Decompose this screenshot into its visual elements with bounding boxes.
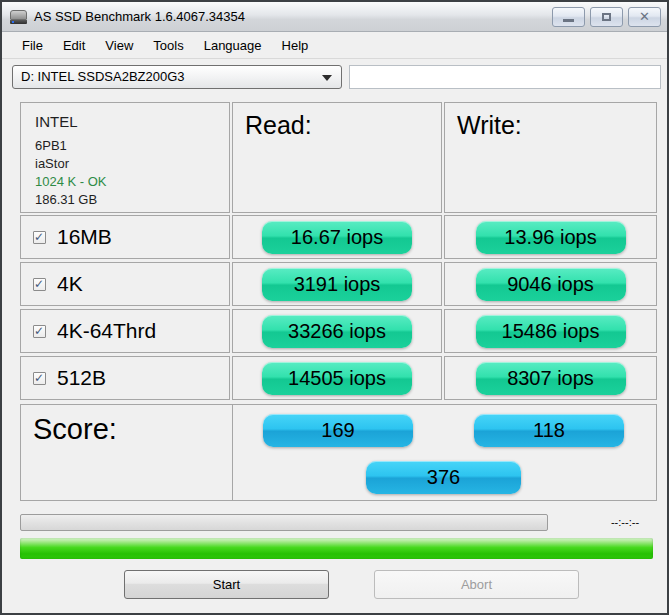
checkmark-icon: ✓ [34, 230, 44, 244]
menu-help[interactable]: Help [272, 34, 319, 57]
drive-icon-body [10, 10, 27, 20]
test-row-16mb: ✓ 16MB 16.67 iops 13.96 iops [20, 215, 657, 259]
minimize-icon [563, 19, 574, 22]
write-result-pill: 15486 iops [476, 315, 626, 348]
test-label: 512B [57, 366, 106, 390]
test-label-cell: ✓ 4K-64Thrd [20, 309, 230, 353]
drive-driver: iaStor [35, 155, 229, 173]
checkbox-4k-64thrd[interactable]: ✓ [33, 325, 46, 338]
test-label-cell: ✓ 4K [20, 262, 230, 306]
drive-info-panel: INTEL 6PB1 iaStor 1024 K - OK 186.31 GB [20, 102, 230, 213]
score-write-pill: 118 [474, 414, 624, 447]
write-column-header: Write: [444, 102, 657, 213]
score-label-area: Score: [21, 405, 233, 500]
write-result-cell: 13.96 iops [444, 215, 657, 259]
write-result-pill: 13.96 iops [476, 221, 626, 254]
drive-selector-value: D: INTEL SSDSA2BZ200G3 [21, 69, 185, 84]
grid-header-row: INTEL 6PB1 iaStor 1024 K - OK 186.31 GB … [20, 102, 657, 213]
close-icon: ✕ [639, 8, 650, 26]
maximize-icon [602, 13, 611, 21]
window-controls: ✕ [552, 7, 661, 27]
checkmark-icon: ✓ [34, 324, 44, 338]
menu-tools[interactable]: Tools [143, 34, 193, 57]
read-result-cell: 16.67 iops [232, 215, 442, 259]
score-read-pill: 169 [263, 414, 413, 447]
read-result-pill: 3191 iops [262, 268, 412, 301]
menu-file[interactable]: File [12, 34, 53, 57]
test-row-4k-64thrd: ✓ 4K-64Thrd 33266 iops 15486 iops [20, 309, 657, 353]
write-result-cell: 8307 iops [444, 356, 657, 400]
checkmark-icon: ✓ [34, 371, 44, 385]
overall-progress-bar [20, 538, 653, 559]
window-title: AS SSD Benchmark 1.6.4067.34354 [34, 2, 245, 32]
test-label: 4K [57, 272, 83, 296]
test-label: 4K-64Thrd [57, 319, 156, 343]
drive-capacity: 186.31 GB [35, 191, 229, 209]
app-window: AS SSD Benchmark 1.6.4067.34354 ✕ File E… [0, 0, 669, 615]
drive-icon-led [12, 21, 14, 23]
menu-language[interactable]: Language [194, 34, 272, 57]
test-label: 16MB [57, 225, 112, 249]
drive-alignment-status: 1024 K - OK [35, 173, 229, 191]
checkmark-icon: ✓ [34, 277, 44, 291]
read-column-header: Read: [232, 102, 442, 213]
maximize-button[interactable] [590, 7, 623, 27]
close-button[interactable]: ✕ [628, 7, 661, 27]
read-result-cell: 14505 iops [232, 356, 442, 400]
abort-button[interactable]: Abort [374, 570, 579, 599]
minimize-button[interactable] [552, 7, 585, 27]
menu-edit[interactable]: Edit [53, 34, 95, 57]
test-progress-bar [20, 514, 548, 531]
write-result-cell: 9046 iops [444, 262, 657, 306]
checkbox-512b[interactable]: ✓ [33, 372, 46, 385]
test-row-4k: ✓ 4K 3191 iops 9046 iops [20, 262, 657, 306]
result-text-input[interactable] [349, 65, 661, 89]
chevron-down-icon [322, 75, 332, 81]
menubar: File Edit View Tools Language Help [2, 33, 667, 59]
write-result-pill: 9046 iops [476, 268, 626, 301]
score-total-pill: 376 [366, 461, 521, 494]
titlebar: AS SSD Benchmark 1.6.4067.34354 ✕ [2, 2, 667, 32]
checkbox-4k[interactable]: ✓ [33, 278, 46, 291]
test-row-512b: ✓ 512B 14505 iops 8307 iops [20, 356, 657, 400]
drive-firmware: 6PB1 [35, 137, 229, 155]
app-drive-icon [10, 9, 27, 24]
drive-selector[interactable]: D: INTEL SSDSA2BZ200G3 [12, 65, 342, 89]
write-result-pill: 8307 iops [476, 362, 626, 395]
test-label-cell: ✓ 16MB [20, 215, 230, 259]
read-result-pill: 14505 iops [262, 362, 412, 395]
test-label-cell: ✓ 512B [20, 356, 230, 400]
drive-vendor: INTEL [35, 113, 229, 130]
write-result-cell: 15486 iops [444, 309, 657, 353]
read-result-pill: 16.67 iops [262, 221, 412, 254]
read-result-cell: 3191 iops [232, 262, 442, 306]
read-result-cell: 33266 iops [232, 309, 442, 353]
checkbox-16mb[interactable]: ✓ [33, 231, 46, 244]
read-result-pill: 33266 iops [262, 315, 412, 348]
start-button[interactable]: Start [124, 570, 329, 599]
score-content: 169 118 376 [233, 405, 656, 500]
menu-view[interactable]: View [95, 34, 143, 57]
score-label: Score: [33, 413, 117, 445]
elapsed-time: --:--:-- [585, 514, 665, 531]
score-panel: Score: 169 118 376 [20, 404, 657, 501]
